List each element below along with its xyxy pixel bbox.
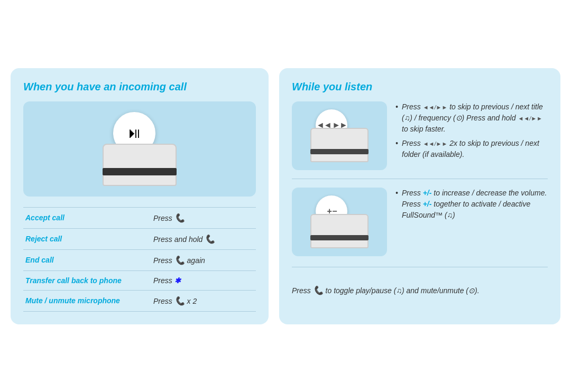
table-row: Mute / unmute microphone Press 📞 x 2 — [23, 290, 256, 311]
table-row: Transfer call back to phone Press ✱ — [23, 270, 256, 290]
skip-device: ◄◄ ►► — [308, 109, 371, 162]
right-panel-title: While you listen — [292, 81, 548, 93]
accept-call-action: Press 📞 — [151, 207, 256, 228]
music-note-icon-2: ♫ — [447, 211, 453, 219]
table-row: Reject call Press and hold 📞 — [23, 228, 256, 249]
end-call-label: End call — [23, 249, 151, 270]
right-panel: While you listen ◄◄ ►► — [279, 68, 560, 324]
bottom-note: Press 📞 to toggle play/pause (♫) and mut… — [292, 280, 548, 297]
skip-bullet-1: Press ◄◄/►► to skip to previous / next t… — [395, 101, 548, 135]
mute-label: Mute / unmute microphone — [23, 290, 151, 311]
radio-icon: ⊙ — [456, 114, 462, 122]
left-device-body — [103, 144, 177, 186]
left-panel-image: ⏯ — [23, 101, 256, 197]
transfer-call-action: Press ✱ — [151, 270, 256, 290]
listen-sections: ◄◄ ►► Press ◄◄/►► to skip to previous / … — [292, 101, 548, 265]
table-row: Accept call Press 📞 — [23, 207, 256, 228]
reject-call-action: Press and hold 📞 — [151, 228, 256, 249]
transfer-call-label: Transfer call back to phone — [23, 270, 151, 290]
left-device-stripe — [103, 168, 177, 175]
left-device-illustration: ⏯ — [97, 112, 182, 186]
volume-image-box: + − — [292, 188, 387, 256]
accept-call-label: Accept call — [23, 207, 151, 228]
skip-arrow-icon-2: ◄◄/►► — [518, 114, 542, 123]
skip-text: Press ◄◄/►► to skip to previous / next t… — [395, 101, 548, 163]
plus-minus-icon: +/- — [423, 188, 432, 199]
skip-image-box: ◄◄ ►► — [292, 101, 387, 170]
plus-minus-icon-2: +/- — [423, 199, 432, 210]
reject-call-label: Reject call — [23, 228, 151, 249]
skip-arrow-icon-3: ◄◄/►► — [423, 139, 448, 148]
music-note-icon: ♫ — [404, 114, 410, 122]
phone-icon-mute: 📞 — [174, 296, 185, 305]
listen-row-skip: ◄◄ ►► Press ◄◄/►► to skip to previous / … — [292, 101, 548, 179]
phone-icon-accept: 📞 — [174, 213, 185, 222]
volume-device-body — [310, 214, 369, 248]
skip-device-stripe — [310, 149, 369, 154]
volume-device-stripe — [310, 235, 369, 240]
phone-icon-toggle: 📞 — [313, 286, 324, 295]
bluetooth-icon: ✱ — [174, 276, 181, 285]
table-row: End call Press 📞 again — [23, 249, 256, 270]
listen-row-volume: + − Press +/- to increase / decrease the… — [292, 188, 548, 265]
phone-icon-reject: 📞 — [205, 235, 215, 244]
left-panel: When you have an incoming call ⏯ Accept … — [11, 68, 269, 324]
radio-icon-bottom: ⊙ — [468, 286, 475, 295]
main-container: When you have an incoming call ⏯ Accept … — [11, 68, 560, 324]
left-panel-title: When you have an incoming call — [23, 81, 256, 93]
call-actions-table: Accept call Press 📞 Reject call Press an… — [23, 207, 256, 312]
volume-text: Press +/- to increase / decrease the vol… — [395, 188, 548, 224]
volume-bullet-1: Press +/- to increase / decrease the vol… — [395, 188, 548, 221]
phone-icon-end: 📞 — [174, 256, 185, 265]
music-note-bottom: ♫ — [396, 286, 402, 295]
mute-action: Press 📞 x 2 — [151, 290, 256, 311]
play-pause-icon: ⏯ — [127, 124, 142, 142]
skip-device-body — [310, 128, 369, 162]
volume-device: + − — [308, 195, 371, 248]
skip-bullet-2: Press ◄◄/►► 2x to skip to previous / nex… — [395, 138, 548, 160]
bottom-note-section: Press 📞 to toggle play/pause (♫) and mut… — [292, 267, 548, 297]
end-call-action: Press 📞 again — [151, 249, 256, 270]
skip-arrow-icon-1: ◄◄/►► — [423, 103, 448, 112]
